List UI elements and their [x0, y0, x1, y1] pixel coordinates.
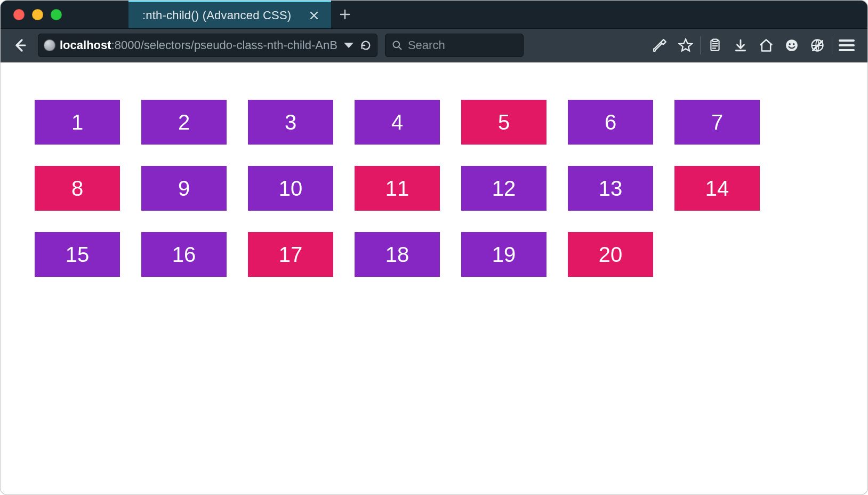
new-tab-button[interactable] — [331, 1, 359, 28]
menu-button[interactable] — [834, 33, 859, 58]
address-bar[interactable]: localhost:8000/selectors/pseudo-class-nt… — [38, 34, 377, 57]
search-bar[interactable] — [385, 34, 524, 57]
globe-pencil-icon — [810, 38, 825, 53]
grid-cell: 6 — [568, 100, 653, 145]
svg-rect-2 — [713, 39, 718, 42]
nth-child-grid: 1234567891011121314151617181920 — [35, 100, 833, 277]
svg-point-3 — [786, 39, 798, 51]
svg-point-5 — [793, 43, 794, 45]
tab-bar: :nth-child() (Advanced CSS) — [1, 1, 867, 28]
plus-icon — [340, 9, 350, 20]
wrench-icon — [653, 38, 667, 52]
addon-button[interactable] — [805, 33, 830, 58]
grid-cell: 11 — [355, 166, 440, 211]
window-close-button[interactable] — [13, 9, 25, 20]
site-identity-icon[interactable] — [44, 39, 55, 51]
grid-cell: 19 — [461, 232, 546, 277]
window-controls — [1, 1, 107, 28]
grid-cell: 2 — [141, 100, 227, 145]
toolbar-separator — [832, 36, 832, 54]
downloads-button[interactable] — [728, 33, 753, 58]
tabs-container: :nth-child() (Advanced CSS) — [107, 1, 359, 28]
bookmark-button[interactable] — [673, 33, 698, 58]
tab-title: :nth-child() (Advanced CSS) — [142, 9, 307, 22]
grid-cell: 5 — [461, 100, 546, 145]
reload-icon — [360, 39, 372, 51]
back-button[interactable] — [9, 35, 30, 56]
developer-tools-button[interactable] — [648, 33, 672, 58]
star-icon — [678, 38, 693, 53]
grid-cell: 17 — [248, 232, 333, 277]
feedback-button[interactable] — [779, 33, 804, 58]
grid-cell: 15 — [35, 232, 120, 277]
grid-cell: 14 — [674, 166, 760, 211]
window-zoom-button[interactable] — [51, 9, 62, 20]
search-input[interactable] — [408, 38, 517, 52]
url-text: localhost:8000/selectors/pseudo-class-nt… — [60, 38, 337, 52]
close-icon — [310, 11, 318, 20]
home-button[interactable] — [754, 33, 778, 58]
grid-cell: 13 — [568, 166, 653, 211]
browser-window: :nth-child() (Advanced CSS) localhost:80… — [0, 0, 868, 495]
grid-cell: 1 — [35, 100, 120, 145]
page-content: 1234567891011121314151617181920 — [1, 62, 867, 494]
clipboard-button[interactable] — [703, 33, 727, 58]
back-arrow-icon — [12, 38, 27, 53]
url-dropdown-button[interactable] — [344, 43, 353, 48]
svg-point-4 — [789, 43, 790, 45]
url-host: localhost — [60, 38, 111, 52]
navigation-toolbar: localhost:8000/selectors/pseudo-class-nt… — [1, 28, 867, 62]
toolbar-separator — [700, 36, 701, 54]
grid-cell: 16 — [141, 232, 227, 277]
grid-cell: 9 — [141, 166, 227, 211]
tab-strip-spacer — [107, 1, 128, 28]
close-tab-button[interactable] — [307, 9, 322, 22]
toolbar-icons — [648, 33, 859, 58]
grid-cell: 18 — [355, 232, 440, 277]
grid-cell: 7 — [674, 100, 760, 145]
grid-cell: 20 — [568, 232, 653, 277]
smiley-icon — [785, 38, 799, 52]
grid-cell: 8 — [35, 166, 120, 211]
window-minimize-button[interactable] — [32, 9, 43, 20]
grid-cell: 3 — [248, 100, 333, 145]
reload-button[interactable] — [360, 39, 372, 51]
download-icon — [734, 38, 748, 52]
grid-cell: 12 — [461, 166, 546, 211]
grid-cell: 4 — [355, 100, 440, 145]
home-icon — [759, 38, 774, 53]
search-icon — [392, 40, 403, 51]
url-path: :8000/selectors/pseudo-class-nth-child-A… — [111, 38, 337, 52]
hamburger-icon — [839, 39, 855, 51]
grid-cell: 10 — [248, 166, 333, 211]
browser-tab-active[interactable]: :nth-child() (Advanced CSS) — [128, 1, 331, 28]
clipboard-icon — [708, 38, 722, 52]
